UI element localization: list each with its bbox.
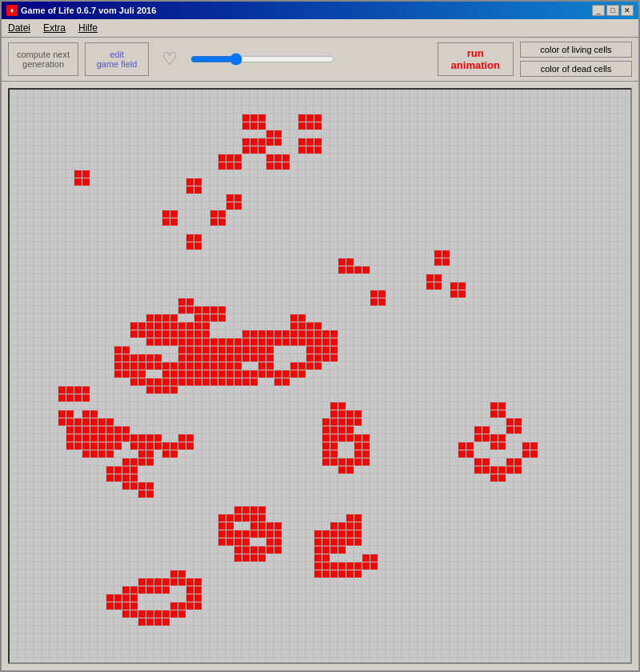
title-bar: ♦ Game of Life 0.6.7 vom Juli 2016 _ □ ✕: [2, 2, 638, 19]
speed-slider-area: [190, 53, 431, 66]
window-title: Game of Life 0.6.7 vom Juli 2016: [21, 6, 156, 15]
speed-slider[interactable]: [190, 53, 334, 66]
minimize-button[interactable]: _: [592, 5, 605, 16]
color-buttons: color of living cells color of dead cell…: [520, 42, 632, 77]
maximize-button[interactable]: □: [606, 5, 619, 16]
window-controls: _ □ ✕: [592, 5, 634, 16]
heart-icon: ♡: [155, 49, 184, 70]
main-content: [2, 82, 638, 670]
game-grid[interactable]: [8, 88, 632, 664]
menu-extra[interactable]: Extra: [40, 21, 69, 35]
app-window: ♦ Game of Life 0.6.7 vom Juli 2016 _ □ ✕…: [0, 0, 640, 672]
menu-hilfe[interactable]: Hilfe: [75, 21, 101, 35]
color-living-cells-button[interactable]: color of living cells: [520, 42, 632, 58]
color-dead-cells-button[interactable]: color of dead cells: [520, 61, 632, 77]
edit-game-field-button[interactable]: editgame field: [85, 42, 149, 76]
run-animation-button[interactable]: runanimation: [438, 42, 514, 76]
game-canvas[interactable]: [10, 90, 630, 662]
menu-datei[interactable]: Datei: [5, 21, 34, 35]
menu-bar: Datei Extra Hilfe: [2, 19, 638, 38]
app-icon: ♦: [6, 5, 18, 16]
toolbar: compute nextgeneration editgame field ♡ …: [2, 38, 638, 82]
title-bar-left: ♦ Game of Life 0.6.7 vom Juli 2016: [6, 5, 156, 16]
close-button[interactable]: ✕: [621, 5, 634, 16]
compute-next-button[interactable]: compute nextgeneration: [8, 42, 78, 76]
